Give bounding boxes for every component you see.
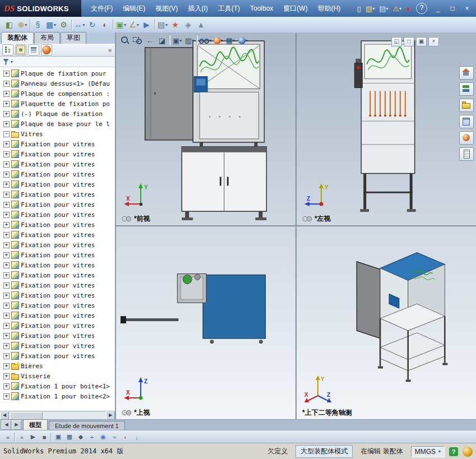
separator[interactable] <box>29 19 31 30</box>
units-selector[interactable]: MMGS ▾ <box>411 446 445 457</box>
graphics-area[interactable]: Y X *前视 <box>116 33 476 419</box>
expand-toggle-icon[interactable]: + <box>3 373 10 379</box>
viewport-isometric[interactable]: Y X Z *上下二等角轴测 <box>297 226 476 419</box>
separator[interactable] <box>154 19 156 30</box>
separator[interactable] <box>50 433 52 442</box>
scroll-left-button[interactable]: ◀ <box>0 411 9 420</box>
expand-toggle-icon[interactable]: + <box>3 333 10 339</box>
expand-toggle-icon[interactable]: + <box>3 182 10 188</box>
tree-item[interactable]: + Fixation pour vitres <box>0 210 115 220</box>
minimize-button[interactable]: _ <box>431 3 445 14</box>
mate-icon[interactable]: § <box>32 18 44 31</box>
gravity-icon[interactable]: ↓ <box>132 432 142 442</box>
tree-item[interactable]: + Fixation pour vitres <box>0 341 115 351</box>
exploded-view-icon[interactable]: ★ <box>169 18 182 31</box>
tab-assembly[interactable]: 装配体 <box>1 32 34 44</box>
viewport-close-icon[interactable]: × <box>428 37 439 47</box>
tree-item[interactable]: + Fixation pour vitres <box>0 230 115 240</box>
expand-toggle-icon[interactable]: + <box>3 343 10 349</box>
quick-tips-help-button[interactable]: ? <box>449 447 458 456</box>
tree-item[interactable]: + Visserie <box>0 371 115 381</box>
scroll-right-button[interactable]: ▶ <box>106 411 115 420</box>
viewport-left[interactable]: Y Z *左视 <box>297 33 476 225</box>
close-button[interactable]: × <box>460 3 474 14</box>
menu-toolbox[interactable]: Toolbox <box>245 0 278 17</box>
tree-item[interactable]: + Fixation 1 pour boite<1> <box>0 381 115 391</box>
tree-item[interactable]: + Fixation pour vitres <box>0 331 115 341</box>
save-animation-icon[interactable]: ▣ <box>53 432 63 442</box>
new-document-icon[interactable]: ▯ <box>355 2 363 15</box>
expand-toggle-icon[interactable]: + <box>3 171 10 178</box>
tree-item[interactable]: + Fixation pour vitres <box>0 300 115 310</box>
expand-toggle-icon[interactable]: + <box>3 282 10 289</box>
display-style-icon[interactable]: ▥▾ <box>184 34 195 47</box>
viewport-restore-icon[interactable]: ▣ <box>416 37 427 47</box>
expand-toggle-icon[interactable]: + <box>3 363 10 369</box>
tree-item[interactable]: + Fixation pour vitres <box>0 310 115 321</box>
open-icon[interactable]: ▨▾ <box>364 2 376 15</box>
viewport-front[interactable]: Y X *前视 <box>116 33 295 225</box>
separator[interactable] <box>71 19 73 30</box>
assembly-features-icon[interactable]: ▣▾ <box>115 18 127 31</box>
displaymanager-tab-icon[interactable] <box>41 44 52 55</box>
motor-icon[interactable]: ◉ <box>98 432 108 442</box>
expand-toggle-icon[interactable]: + <box>3 353 10 359</box>
previous-view-icon[interactable]: ← <box>144 34 155 47</box>
tree-item[interactable]: + Fixation pour vitres <box>0 250 115 260</box>
tree-item[interactable]: + Fixation pour vitres <box>0 189 115 200</box>
move-component-icon[interactable]: ↔▾ <box>73 18 86 31</box>
tree-item[interactable]: + Plaque de base pour le l <box>0 119 115 129</box>
reference-geometry-icon[interactable]: ∠▾ <box>128 18 140 31</box>
menu-window[interactable]: 窗口(W) <box>278 0 312 17</box>
tree-filter-bar[interactable]: ▾ <box>0 57 115 67</box>
menu-view[interactable]: 视图(V) <box>150 0 183 17</box>
expand-toggle-icon[interactable]: + <box>3 212 10 218</box>
apply-scene-icon[interactable]: ▦▾ <box>225 34 236 47</box>
expand-toggle-icon[interactable]: + <box>3 111 10 117</box>
tree-item[interactable]: + Fixation pour vitres <box>0 139 115 149</box>
help-button[interactable]: ? <box>416 3 427 14</box>
expand-toggle-icon[interactable]: + <box>3 91 10 97</box>
restore-button[interactable]: □ <box>446 3 459 14</box>
panel-expand-chevron[interactable]: » <box>108 47 115 53</box>
edit-component-icon[interactable]: ◧ <box>3 18 16 31</box>
save-icon[interactable]: ▤▾ <box>377 2 390 15</box>
expand-toggle-icon[interactable]: + <box>3 121 10 127</box>
zoom-fit-icon[interactable] <box>119 34 131 47</box>
scrollbar-track[interactable] <box>9 412 106 419</box>
expand-toggle-icon[interactable]: + <box>3 71 10 77</box>
tree-item[interactable]: + Fixation pour vitres <box>0 200 115 210</box>
solidworks-resources-tab-icon[interactable] <box>459 82 474 96</box>
menu-tools[interactable]: 工具(T) <box>213 0 245 17</box>
expand-toggle-icon[interactable]: + <box>3 232 10 238</box>
expand-toggle-icon[interactable]: + <box>3 101 10 107</box>
tree-horizontal-scrollbar[interactable]: ◀ ▶ <box>0 411 115 419</box>
auto-key-icon[interactable]: ◆ <box>76 432 86 442</box>
hide-show-items-icon[interactable]: ▾ <box>199 34 211 47</box>
tree-item[interactable]: + Plaque de fixation pour <box>0 68 115 78</box>
separator[interactable] <box>196 35 198 45</box>
tree-item[interactable]: + Fixation pour vitres <box>0 149 115 159</box>
tree-item[interactable]: + Fixation pour vitres <box>0 260 115 270</box>
collapse-motionmanager-icon[interactable]: « <box>3 432 13 442</box>
expand-toggle-icon[interactable]: + <box>3 293 10 299</box>
tree-item[interactable]: + Fixation 1 pour boite<2> <box>0 391 115 401</box>
expand-toggle-icon[interactable]: + <box>3 222 10 228</box>
edit-appearance-icon[interactable]: ▾ <box>212 34 224 47</box>
file-explorer-tab-icon[interactable] <box>459 115 474 128</box>
separator[interactable] <box>14 433 16 442</box>
expand-toggle-icon[interactable]: + <box>3 393 10 400</box>
animation-wizard-icon[interactable]: ▦ <box>64 432 75 442</box>
scrollbar-thumb[interactable] <box>10 412 43 420</box>
isolate-icon[interactable]: ▲ <box>195 18 207 31</box>
tree-item[interactable]: + Fixation pour vitres <box>0 321 115 331</box>
tree-item[interactable]: + Fixation pour vitres <box>0 159 115 169</box>
tab-motion-study-1[interactable]: Etude de mouvement 1 <box>49 421 125 430</box>
bill-of-materials-icon[interactable]: ▤▾ <box>156 18 169 31</box>
viewport-layout-icon[interactable]: ◱ <box>391 37 402 47</box>
tree-item[interactable]: + Panneau dessus<1> (Défau <box>0 78 115 89</box>
tree-item[interactable]: + (-) Plaque de fixation <box>0 109 115 119</box>
menu-file[interactable]: 文件(F) <box>86 0 118 17</box>
viewport-maximize-icon[interactable]: □ <box>404 37 414 47</box>
viewport-horizontal-splitter[interactable] <box>116 225 476 226</box>
